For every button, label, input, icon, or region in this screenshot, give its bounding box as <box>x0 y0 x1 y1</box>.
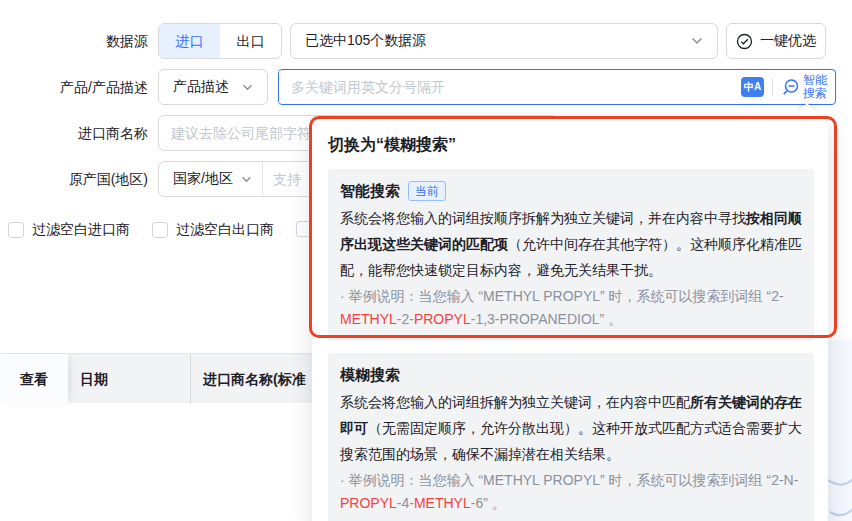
optimize-button-label: 一键优选 <box>760 32 816 50</box>
keyword-input-group: 中A 智能搜索 <box>278 69 836 105</box>
zoom-out-search-icon <box>781 78 800 97</box>
fuzzy-search-section[interactable]: 模糊搜索 系统会将您输入的词组拆解为独立关键词，在内容中匹配所有关键词的存在即可… <box>328 353 814 521</box>
chevron-down-icon <box>241 176 252 183</box>
tab-export[interactable]: 出口 <box>220 24 281 58</box>
column-header-view[interactable]: 查看 <box>0 354 68 404</box>
fuzzy-search-example: · 举例说明：当您输入 “METHYL PROPYL” 时，系统可以搜索到词组 … <box>340 469 802 515</box>
search-mode-popup: 切换为“模糊搜索” 智能搜索 当前 系统会将您输入的词组按顺序拆解为独立关键词，… <box>312 119 828 521</box>
filter-blank-importer-label: 过滤空白进口商 <box>32 221 130 239</box>
fuzzy-search-description: 系统会将您输入的词组拆解为独立关键词，在内容中匹配所有关键词的存在即可（无需固定… <box>340 389 802 467</box>
product-type-dropdown[interactable]: 产品描述 <box>158 69 268 105</box>
column-header-importer[interactable]: 进口商名称(标准 <box>203 354 311 404</box>
checkbox-icon <box>152 222 168 238</box>
country-region-dropdown[interactable]: 国家/地区 <box>159 170 262 188</box>
chevron-down-icon <box>242 84 253 91</box>
tab-import[interactable]: 进口 <box>159 24 220 58</box>
smart-search-toggle[interactable]: 智能搜索 <box>781 74 827 100</box>
filter-blank-exporter-checkbox[interactable]: 过滤空白出口商 <box>152 221 274 239</box>
product-type-value: 产品描述 <box>173 78 229 96</box>
smart-search-section: 智能搜索 当前 系统会将您输入的词组按顺序拆解为独立关键词，并在内容中寻找按相同… <box>328 169 814 341</box>
checkbox-icon <box>296 221 312 237</box>
current-badge: 当前 <box>408 181 446 201</box>
importer-label: 进口商名称 <box>0 115 148 151</box>
translate-icon[interactable]: 中A <box>741 77 764 97</box>
column-header-date[interactable]: 日期 <box>80 354 185 404</box>
country-region-value: 国家/地区 <box>173 170 233 188</box>
background-illustration <box>828 340 852 521</box>
popup-title[interactable]: 切换为“模糊搜索” <box>328 133 814 157</box>
import-export-segmented: 进口 出口 <box>158 23 282 59</box>
filter-blank-exporter-label: 过滤空白出口商 <box>176 221 274 239</box>
smart-search-label: 智能搜索 <box>803 74 827 100</box>
one-click-optimize-button[interactable]: 一键优选 <box>726 23 826 59</box>
chevron-down-icon <box>691 37 703 45</box>
filter-blank-importer-checkbox[interactable]: 过滤空白进口商 <box>8 221 130 239</box>
page: 数据源 进口 出口 已选中105个数据源 一键优选 产品/产品描述 产品描述 中… <box>0 0 852 521</box>
checkbox-icon <box>8 222 24 238</box>
origin-label: 原产国(地区) <box>0 161 148 197</box>
column-divider <box>190 354 191 404</box>
check-circle-icon <box>736 33 753 50</box>
datasource-dropdown-value: 已选中105个数据源 <box>305 32 426 50</box>
smart-search-description: 系统会将您输入的词组按顺序拆解为独立关键词，并在内容中寻找按相同顺序出现这些关键… <box>340 205 802 283</box>
keyword-input[interactable] <box>279 71 741 103</box>
decorative-curves-icon <box>828 340 852 521</box>
smart-search-title: 智能搜索 <box>340 182 400 201</box>
divider <box>772 78 773 96</box>
datasource-dropdown[interactable]: 已选中105个数据源 <box>290 23 718 59</box>
product-label: 产品/产品描述 <box>0 69 148 105</box>
smart-search-example: · 举例说明：当您输入 “METHYL PROPYL” 时，系统可以搜索到词组 … <box>340 285 802 331</box>
third-filter-checkbox[interactable] <box>296 221 312 237</box>
datasource-label: 数据源 <box>0 23 148 59</box>
fuzzy-search-title: 模糊搜索 <box>340 366 400 385</box>
